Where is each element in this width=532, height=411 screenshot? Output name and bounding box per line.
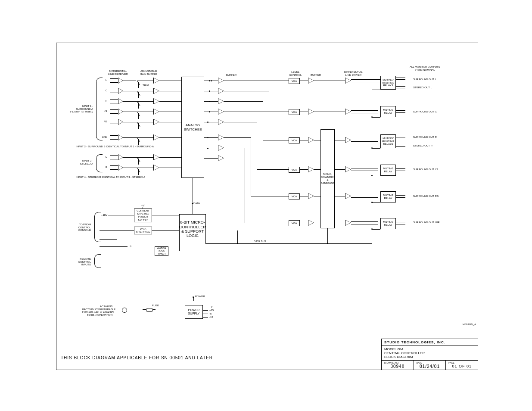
vca-2: VCA bbox=[289, 109, 300, 115]
ch-lfe: LFE bbox=[102, 136, 107, 139]
buf-5 bbox=[218, 119, 224, 125]
buf-2 bbox=[218, 88, 224, 94]
lbl-input2-note: INPUT 2 - SURROUND B IDENTICAL TO INPUT … bbox=[76, 145, 154, 148]
lbl-input1: INPUT 1 - SURROUND A (-12dBV TO +6dBu) bbox=[61, 105, 93, 113]
bracket-remote bbox=[94, 254, 101, 268]
out-6: SURROUND OUT LS bbox=[413, 168, 438, 171]
tb-page-v: 01 OF 01 bbox=[448, 364, 475, 368]
diffpair-sl bbox=[110, 154, 123, 160]
lbl-input3: INPUT 3 - STEREO A bbox=[69, 159, 93, 165]
lbl-tofrom: TO/FROM CONTROL CONSOLE bbox=[74, 223, 91, 232]
block-psu-share: CURRENT SHARING POWER SUPPLY bbox=[134, 209, 152, 222]
bracket-console bbox=[94, 212, 101, 242]
tb-dwg-v: 30948 bbox=[384, 364, 411, 369]
tb-company: STUDIO TECHNOLOGIES, INC. bbox=[382, 339, 478, 346]
diffpair-sr bbox=[110, 165, 123, 171]
rail-2: -5 bbox=[209, 312, 212, 315]
diffdrv-3 bbox=[345, 137, 351, 143]
diffpair-r bbox=[110, 98, 123, 104]
hdr-buffer: BUFFER bbox=[226, 74, 236, 77]
lbl-18v: +18V bbox=[101, 214, 107, 217]
ch-l: L bbox=[106, 79, 107, 82]
gainbuf-lfe bbox=[153, 134, 159, 140]
buf-4 bbox=[218, 109, 224, 115]
lbl-databus: DATA BUS bbox=[254, 240, 266, 243]
bracket-input1 bbox=[96, 78, 103, 140]
block-mcu: 8-BIT MICRO- CONTROLLER & SUPPORT LOGIC bbox=[179, 214, 206, 244]
lbl-power-tap: POWER bbox=[195, 295, 205, 298]
trim-sr bbox=[137, 169, 140, 175]
relay-5: MUTING RELAY bbox=[380, 191, 396, 202]
rail-3: -15 bbox=[209, 316, 213, 319]
trim-label: TRIM bbox=[143, 84, 149, 87]
gainbuf-l bbox=[153, 78, 159, 84]
ac-icon bbox=[122, 308, 127, 313]
hdr-diff-drv: DIFFERENTIAL LINE DRIVER bbox=[344, 71, 363, 76]
tb-line3: BLOCK DIAGRAM bbox=[384, 355, 413, 359]
block-watchdog: WATCH DOG TIMER bbox=[155, 246, 168, 256]
diffpair-rs bbox=[110, 119, 123, 125]
gainbuf-rs bbox=[153, 119, 159, 125]
diffdrv-6 bbox=[345, 220, 351, 226]
gainbuf-c bbox=[153, 88, 159, 94]
out-2: STEREO OUT L bbox=[413, 86, 432, 89]
ch-rs: RS bbox=[104, 120, 107, 123]
fuse-icon bbox=[143, 308, 156, 311]
vca-5: VCA bbox=[289, 193, 300, 199]
vca-6: VCA bbox=[289, 220, 300, 226]
gainbuf-sr bbox=[153, 165, 159, 171]
out-3: SURROUND OUT C bbox=[413, 110, 437, 113]
vca-1: VCA bbox=[289, 78, 300, 84]
trim-r bbox=[137, 103, 140, 109]
block-analog-switches: ANALOG SWITCHES bbox=[181, 77, 204, 178]
trim-sl bbox=[137, 159, 140, 165]
hdr-diff-recv: DIFFERENTIAL LINE RECEIVER bbox=[108, 70, 128, 75]
drawing-frame: DIFFERENTIAL LINE RECEIVER ADJUSTABLE GA… bbox=[56, 43, 478, 370]
diffdrv-5 bbox=[345, 193, 351, 199]
vca-4: VCA bbox=[289, 167, 300, 173]
buf2-6 bbox=[308, 220, 314, 226]
tb-date-v: 01/24/01 bbox=[417, 364, 443, 369]
bracket-input3 bbox=[96, 154, 103, 172]
lbl-remote: REMOTE CONTROL INPUTS bbox=[74, 258, 91, 266]
buf2-3 bbox=[308, 137, 314, 143]
st-r: R bbox=[106, 166, 107, 169]
page: DIFFERENTIAL LINE RECEIVER ADJUSTABLE GA… bbox=[0, 0, 532, 411]
out-5: STEREO OUT R bbox=[413, 144, 432, 147]
gainbuf-sl bbox=[153, 154, 159, 160]
buf2-4 bbox=[308, 166, 314, 172]
buf2-5 bbox=[308, 193, 314, 199]
buf2-2 bbox=[308, 109, 314, 115]
hdr-buffer2: BUFFER bbox=[311, 74, 321, 77]
diffpair-c bbox=[110, 88, 123, 94]
diffdrv-2 bbox=[345, 109, 351, 115]
trim-rs bbox=[137, 123, 140, 129]
lbl-s: S bbox=[130, 245, 131, 248]
ch-ls: LS bbox=[104, 110, 107, 113]
block-mono-downmix: MONO, DOWNMIX, & BANDPASS bbox=[320, 129, 335, 228]
out-1: SURROUND OUT L bbox=[413, 78, 436, 81]
footer-note: THIS BLOCK DIAGRAM APPLICABLE FOR SN 005… bbox=[61, 355, 213, 360]
block-data-if: DATA INTERFACE bbox=[134, 227, 152, 234]
buf-6 bbox=[218, 134, 224, 140]
diffdrv-1 bbox=[345, 78, 351, 84]
rail-0: +V bbox=[209, 305, 213, 308]
trim-lfe bbox=[137, 139, 140, 145]
hdr-all-mon: ALL MONITOR OUTPUTS +4dBu NOMINAL bbox=[410, 65, 440, 71]
buf-1 bbox=[218, 78, 224, 84]
tb-desc: MODEL 68A CENTRAL CONTROLLER BLOCK DIAGR… bbox=[382, 346, 478, 360]
st-l: L bbox=[106, 156, 107, 159]
relay-1: MUTING/ ROUTING RELAYS bbox=[380, 76, 396, 90]
gainbuf-ls bbox=[153, 109, 159, 115]
relay-6: MUTING RELAY bbox=[380, 218, 396, 229]
relay-4: MUTING RELAY bbox=[380, 165, 396, 176]
title-block: STUDIO TECHNOLOGIES, INC. MODEL 68A CENT… bbox=[381, 339, 478, 370]
trim-l bbox=[137, 82, 140, 88]
tb-line2: CENTRAL CONTROLLER bbox=[384, 351, 425, 355]
buf-3 bbox=[218, 98, 224, 104]
gainbuf-r bbox=[153, 98, 159, 104]
lbl-input4-note: INPUT 4 - STEREO B IDENTICAL TO INPUT 3 … bbox=[76, 176, 145, 179]
lbl-fuse: FUSE bbox=[152, 304, 159, 307]
lbl-mains: AC MAINS FACTORY CONFIGURABLE FOR 100, 1… bbox=[82, 305, 112, 316]
trim-c bbox=[137, 92, 140, 98]
